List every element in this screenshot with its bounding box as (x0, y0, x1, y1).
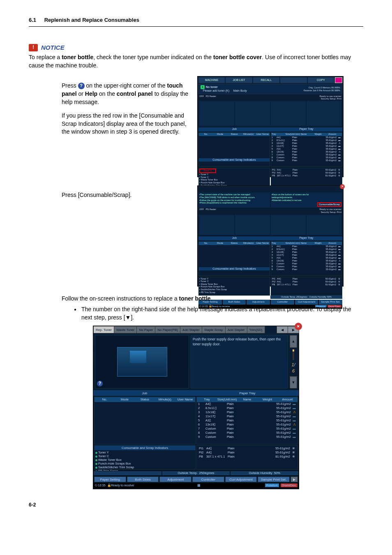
tab-prev-icon: ◀ (277, 326, 288, 333)
section-header: 6.1 Replenish and Replace Consumables (29, 16, 363, 27)
help-corner-icon (335, 77, 342, 83)
step-down-icon: ▼ (290, 376, 297, 389)
section-number: 6.1 (29, 17, 36, 23)
touch-panel-screenshot-2: ✕ •The current state of the machine can … (197, 185, 344, 287)
notice-label: NOTICE (41, 43, 65, 52)
step3-bullet: The number on the right-hand side of the… (74, 305, 363, 321)
close-icon: ✕ (340, 184, 345, 189)
printer-graphic (117, 347, 167, 377)
touch-panel-screenshot-1: MACHINE JOB LIST RECALL COPY iNo toner P… (197, 76, 344, 177)
page-number: 6-2 (29, 502, 363, 509)
consumable-scrap-button-highlight: Consumable/Scrap (317, 202, 341, 207)
illustration-area: ? (95, 335, 189, 388)
notice-body: To replace a toner bottle, check the ton… (29, 53, 363, 69)
step2-p1: Press [Consumable/Scrap]. (62, 191, 189, 199)
step1-p1: Press ? on the upper-right corner of the… (62, 82, 189, 106)
help-window-screenshot: ✕ Rep. Toner Waste Toner No Paper No Pap… (93, 326, 299, 489)
footer-next-icon: ▶ (291, 476, 298, 482)
help-tabs: Rep. Toner Waste Toner No Paper No Paper… (93, 326, 299, 333)
section-title: Replenish and Replace Consumables (44, 17, 139, 23)
notice-heading: ! NOTICE (29, 43, 363, 52)
toner-k-warning: Toner K (199, 169, 216, 173)
help-icon: ? (97, 381, 103, 386)
instruction-text: Push the toner supply door release butto… (191, 335, 288, 388)
step1-p2: If you press the red row in the [Consuma… (62, 112, 189, 136)
notice-icon: ! (29, 44, 38, 51)
help-icon: ? (78, 83, 85, 89)
step-up-icon: ▲ (290, 335, 297, 348)
step-indicator: 1/ 6 (290, 349, 297, 375)
close-icon: ✕ (295, 323, 302, 330)
info-icon: i (201, 85, 205, 89)
